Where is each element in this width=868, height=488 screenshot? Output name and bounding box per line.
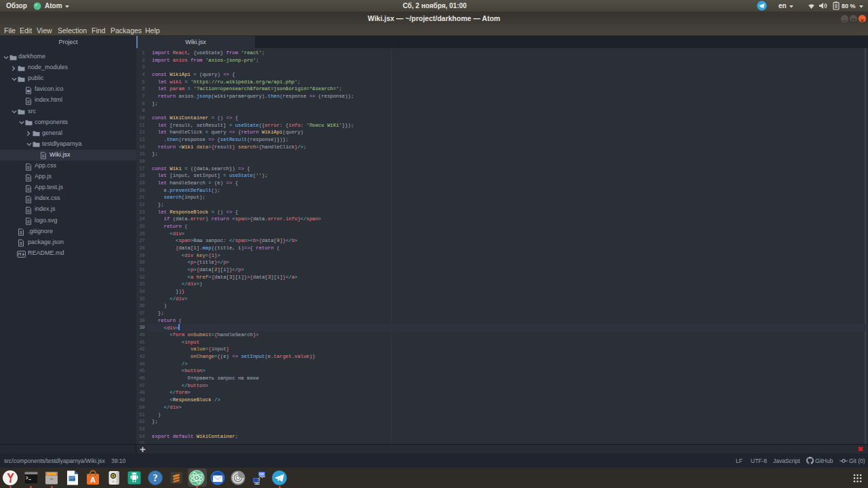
svg-text:A: A: [90, 476, 96, 484]
svg-text:?: ?: [153, 473, 157, 483]
